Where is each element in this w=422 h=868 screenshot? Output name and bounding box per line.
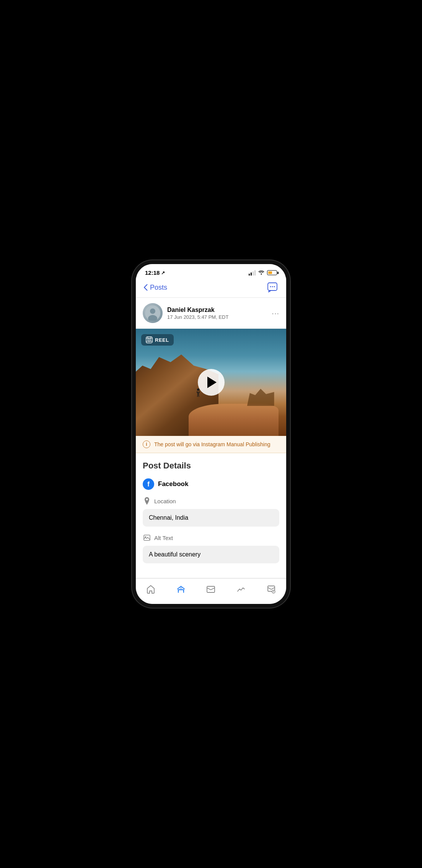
tab-notifications[interactable] <box>260 582 283 596</box>
nav-bar: Posts <box>136 278 286 298</box>
signal-bars-icon <box>249 270 256 276</box>
tab-publish[interactable] <box>169 582 192 596</box>
avatar-image <box>143 303 163 323</box>
more-options-button[interactable]: ··· <box>272 309 279 318</box>
section-title: Post Details <box>143 461 279 471</box>
author-info: Daniel Kasprzak 17 Jun 2023, 5:47 PM, ED… <box>167 307 228 320</box>
battery-icon <box>267 270 277 275</box>
image-icon <box>143 534 151 542</box>
avatar <box>143 303 163 323</box>
location-arrow-icon: ↗ <box>161 270 165 276</box>
location-field-row: Location <box>143 497 279 505</box>
post-author: Daniel Kasprzak 17 Jun 2023, 5:47 PM, ED… <box>143 303 228 323</box>
notifications-icon <box>266 584 277 595</box>
author-date: 17 Jun 2023, 5:47 PM, EDT <box>167 314 228 320</box>
svg-point-2 <box>272 286 273 287</box>
tab-analytics[interactable] <box>230 582 253 596</box>
analytics-icon <box>236 584 246 595</box>
alt-text-label: Alt Text <box>154 535 173 541</box>
info-icon: i <box>143 441 150 448</box>
svg-point-10 <box>149 339 150 341</box>
back-label: Posts <box>150 284 167 292</box>
inbox-icon <box>205 584 216 595</box>
post-header: Daniel Kasprzak 17 Jun 2023, 5:47 PM, ED… <box>136 298 286 329</box>
info-text: The post will go via Instagram Manual Pu… <box>154 441 270 447</box>
status-time: 12:18 ↗ <box>145 269 165 276</box>
tab-inbox[interactable] <box>199 582 222 596</box>
status-bar: 12:18 ↗ <box>136 264 286 278</box>
svg-point-5 <box>150 308 155 314</box>
author-name: Daniel Kasprzak <box>167 307 228 313</box>
tab-bar <box>136 578 286 604</box>
play-triangle-icon <box>207 377 217 388</box>
play-button[interactable] <box>198 369 225 396</box>
svg-point-21 <box>273 592 274 592</box>
platform-row: f Facebook <box>143 478 279 490</box>
location-pin-icon <box>143 497 151 505</box>
facebook-icon: f <box>143 478 154 490</box>
back-button[interactable]: Posts <box>143 284 167 292</box>
time-display: 12:18 <box>145 269 160 276</box>
tab-home[interactable] <box>139 582 162 596</box>
location-input[interactable]: Chennai, India <box>143 509 279 527</box>
svg-point-1 <box>270 286 271 287</box>
chat-icon-button[interactable] <box>266 281 279 294</box>
publish-icon <box>176 584 186 595</box>
video-container: REEL <box>136 329 286 436</box>
alt-text-input[interactable]: A beautiful scenery <box>143 546 279 563</box>
alt-text-field-row: Alt Text <box>143 534 279 542</box>
reel-badge-label: REEL <box>155 337 169 343</box>
svg-point-3 <box>274 286 275 287</box>
home-icon <box>145 584 156 595</box>
info-banner: i The post will go via Instagram Manual … <box>136 436 286 453</box>
status-icons <box>249 269 277 276</box>
wifi-icon <box>258 269 265 276</box>
post-details: Post Details f Facebook Location Chennai… <box>136 453 286 578</box>
phone-frame: 12:18 ↗ <box>136 264 286 604</box>
location-label: Location <box>154 498 176 504</box>
reel-badge: REEL <box>141 334 174 346</box>
platform-name: Facebook <box>158 480 188 488</box>
